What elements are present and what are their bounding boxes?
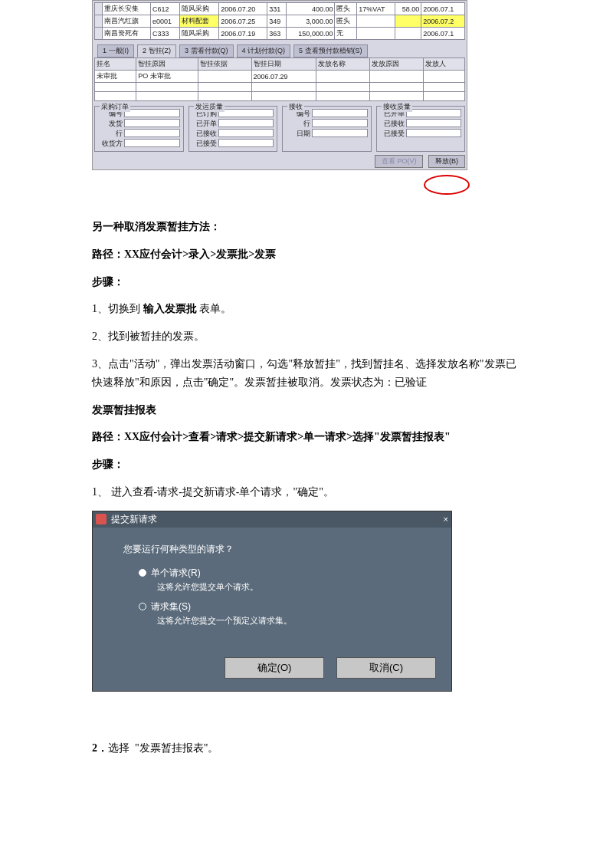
submit-request-dialog: 提交新请求 × 您要运行何种类型的请求？ 单个请求(R) 这将允许您提交单个请求… [92, 511, 452, 692]
steps-label: 步骤： [92, 273, 521, 291]
table-row: 重庆长安集 C612 随风采购 2006.07.20 331 400.00 匿头… [95, 3, 465, 15]
step-2: 2、找到被暂挂的发票。 [92, 327, 521, 346]
step-5: 2．选择 "发票暂挂报表"。 [92, 739, 521, 758]
invoice-grid: 重庆长安集 C612 随风采购 2006.07.20 331 400.00 匿头… [94, 2, 465, 40]
view-po-button[interactable]: 查看 PO(V) [375, 155, 424, 168]
radio-single-request[interactable]: 单个请求(R) [139, 567, 428, 580]
tab-general[interactable]: 1 一般(I) [97, 44, 134, 58]
oracle-icon [96, 514, 107, 524]
tab-payment[interactable]: 3 需看付款(Q) [179, 44, 234, 58]
report-heading: 发票暂挂报表 [92, 401, 521, 419]
step-3: 3、点击"活动"，弹出发票活动窗口，勾选"释放暂挂"，找到暂挂名、选择发放名称"… [92, 355, 521, 392]
table-row: 南昌资死有 C333 随风采购 2006.07.19 363 150,000.0… [95, 28, 465, 40]
request-set-desc: 这将允许您提交一个预定义请求集。 [157, 615, 428, 626]
step-1: 1、切换到 输入发票批 表单。 [92, 300, 521, 318]
document-body: 另一种取消发票暂挂方法： 路径：XX应付会计>录入>发票批>发票 步骤： 1、切… [0, 170, 613, 501]
tab-prepay[interactable]: 5 查看预付款植销(S) [293, 44, 368, 58]
panel-shipqty: 发运质量 已订购 已开单 已接收 已接受 [188, 106, 278, 152]
ok-button[interactable]: 确定(O) [225, 657, 324, 679]
hold-detail-grid: 挂名 智挂原因 智挂依据 智挂日期 发放名称 发放原因 发放人 未审批 PO 未… [94, 58, 465, 101]
cancel-button[interactable]: 取消(C) [336, 657, 436, 679]
close-icon[interactable]: × [444, 515, 448, 524]
radio-icon [139, 569, 146, 577]
steps-label-2: 步骤： [92, 455, 521, 474]
dialog-question: 您要运行何种类型的请求？ [123, 543, 428, 556]
dialog-titlebar: 提交新请求 × [93, 511, 451, 528]
alt-method-heading: 另一种取消发票暂挂方法： [92, 218, 521, 236]
release-button[interactable]: 释放(B) [428, 155, 465, 168]
table-row: 南昌汽红旗 e0001 材料配套 2006.07.25 349 3,000.00… [95, 15, 465, 28]
erp-screenshot-1: 重庆长安集 C612 随风采购 2006.07.20 331 400.00 匿头… [92, 0, 467, 170]
dialog-title: 提交新请求 [111, 513, 157, 526]
panel-po: 采购订单 编号 发货 行 收货方 [94, 106, 184, 152]
radio-request-set[interactable]: 请求集(S) [139, 600, 428, 613]
detail-panels: 采购订单 编号 发货 行 收货方 发运质量 已订购 已开单 已接收 已接受 接收… [94, 106, 465, 152]
radio-icon [139, 603, 146, 610]
panel-receive: 接收 编号 行 日期 [282, 106, 372, 152]
tab-hold[interactable]: 2 智挂(Z) [137, 44, 176, 58]
tab-scheduled[interactable]: 4 计划付款(Q) [237, 44, 291, 58]
tabs: 1 一般(I) 2 智挂(Z) 3 需看付款(Q) 4 计划付款(Q) 5 查看… [94, 44, 465, 58]
single-request-desc: 这将允许您提交单个请求。 [157, 581, 428, 593]
step-4: 1、 进入查看-请求-提交新请求-单个请求，"确定"。 [92, 483, 521, 501]
path-1: 路径：XX应付会计>录入>发票批>发票 [92, 245, 521, 264]
panel-recvqty: 接收质量 已开单 已接收 已接受 [376, 106, 466, 152]
path-2: 路径：XX应付会计>查看>请求>提交新请求>单一请求>选择"发票暂挂报表" [92, 428, 521, 446]
